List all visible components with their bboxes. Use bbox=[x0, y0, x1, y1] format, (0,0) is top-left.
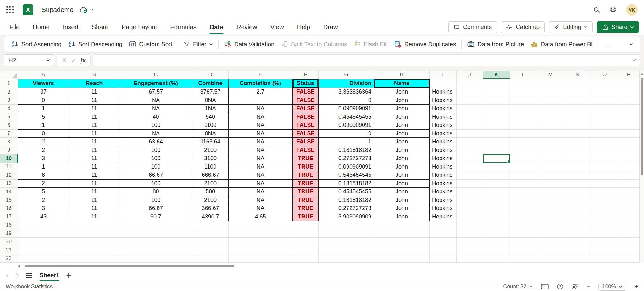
cell-E10[interactable]: NA bbox=[229, 154, 292, 163]
cell-O1[interactable] bbox=[591, 79, 618, 88]
cell-D14[interactable]: 580 bbox=[192, 188, 229, 196]
menu-tab-data[interactable]: Data bbox=[209, 22, 224, 33]
cell-J13[interactable] bbox=[457, 180, 483, 188]
insert-function-icon[interactable]: fx bbox=[80, 57, 86, 64]
cell-F21[interactable] bbox=[292, 246, 319, 255]
cell-D1[interactable]: Combine bbox=[192, 79, 229, 88]
cell-O19[interactable] bbox=[591, 229, 618, 238]
cell-I7[interactable]: Hopkins bbox=[430, 130, 457, 138]
cell-L20[interactable] bbox=[510, 238, 537, 246]
cell-C22[interactable] bbox=[119, 254, 192, 263]
cell-P18[interactable] bbox=[618, 221, 640, 229]
cell-H16[interactable]: John bbox=[374, 204, 430, 213]
cell-N4[interactable] bbox=[564, 105, 591, 113]
cell-A19[interactable] bbox=[18, 229, 69, 238]
cell-C1[interactable]: Engagement (%) bbox=[119, 79, 192, 88]
column-header-J[interactable]: J bbox=[457, 71, 483, 79]
cell-J2[interactable] bbox=[457, 88, 483, 96]
ribbon-overflow-button[interactable]: … bbox=[601, 41, 616, 48]
cell-A20[interactable] bbox=[18, 238, 69, 246]
cell-P20[interactable] bbox=[618, 238, 640, 246]
cell-M7[interactable] bbox=[537, 130, 564, 138]
cell-K12[interactable] bbox=[483, 171, 510, 180]
keyboard-shortcuts-icon[interactable] bbox=[541, 284, 549, 289]
cell-I16[interactable]: Hopkins bbox=[430, 204, 457, 213]
cell-F12[interactable]: TRUE bbox=[292, 171, 319, 180]
cell-J10[interactable] bbox=[457, 154, 483, 163]
cell-O9[interactable] bbox=[591, 146, 618, 155]
name-box-chevron-icon[interactable] bbox=[46, 59, 50, 62]
cell-I12[interactable]: Hopkins bbox=[430, 171, 457, 180]
cell-D13[interactable]: 2100 bbox=[192, 180, 229, 188]
cell-E15[interactable]: NA bbox=[229, 196, 292, 205]
cell-C8[interactable]: 63.64 bbox=[119, 138, 192, 146]
cell-E20[interactable] bbox=[229, 238, 292, 246]
cell-M6[interactable] bbox=[537, 121, 564, 130]
cell-O10[interactable] bbox=[591, 154, 618, 163]
cell-M18[interactable] bbox=[537, 221, 564, 229]
cell-B16[interactable]: 11 bbox=[69, 204, 119, 213]
row-header-13[interactable]: 13 bbox=[0, 180, 18, 188]
cell-H11[interactable]: John bbox=[374, 163, 430, 171]
cell-A14[interactable]: 5 bbox=[18, 188, 69, 196]
column-header-E[interactable]: E bbox=[229, 71, 292, 79]
cell-C9[interactable]: 100 bbox=[119, 146, 192, 155]
cell-G19[interactable] bbox=[319, 229, 374, 238]
cell-N13[interactable] bbox=[564, 180, 591, 188]
cell-D9[interactable]: 2100 bbox=[192, 146, 229, 155]
row-header-16[interactable]: 16 bbox=[0, 204, 18, 213]
cell-B22[interactable] bbox=[69, 254, 119, 263]
cell-G9[interactable]: 0.181818182 bbox=[319, 146, 374, 155]
zoom-out-button[interactable]: − bbox=[586, 283, 590, 290]
cell-O18[interactable] bbox=[591, 221, 618, 229]
cell-J5[interactable] bbox=[457, 113, 483, 121]
cell-D2[interactable]: 3767.57 bbox=[192, 88, 229, 96]
row-header-1[interactable]: 1 bbox=[0, 79, 18, 88]
cell-I22[interactable] bbox=[430, 254, 457, 263]
cell-C3[interactable]: NA bbox=[119, 96, 192, 105]
cell-M20[interactable] bbox=[537, 238, 564, 246]
cell-P7[interactable] bbox=[618, 130, 640, 138]
cell-B17[interactable]: 11 bbox=[69, 213, 119, 221]
cell-M4[interactable] bbox=[537, 105, 564, 113]
cell-H22[interactable] bbox=[374, 254, 430, 263]
cell-B9[interactable]: 11 bbox=[69, 146, 119, 155]
cell-L16[interactable] bbox=[510, 204, 537, 213]
cell-M14[interactable] bbox=[537, 188, 564, 196]
search-icon[interactable] bbox=[593, 6, 600, 13]
autosave-status[interactable] bbox=[79, 7, 93, 13]
cell-P11[interactable] bbox=[618, 163, 640, 171]
column-header-M[interactable]: M bbox=[537, 71, 564, 79]
cell-O12[interactable] bbox=[591, 171, 618, 180]
cell-O17[interactable] bbox=[591, 213, 618, 221]
help-icon[interactable]: ? bbox=[557, 283, 563, 290]
row-header-10[interactable]: 10 bbox=[0, 154, 18, 163]
cell-K15[interactable] bbox=[483, 196, 510, 205]
cell-H15[interactable]: John bbox=[374, 196, 430, 205]
cell-P16[interactable] bbox=[618, 204, 640, 213]
cell-A12[interactable]: 6 bbox=[18, 171, 69, 180]
cell-E9[interactable]: NA bbox=[229, 146, 292, 155]
cell-N15[interactable] bbox=[564, 196, 591, 205]
name-box[interactable]: H2 bbox=[4, 54, 54, 66]
cell-P13[interactable] bbox=[618, 180, 640, 188]
cell-E11[interactable]: NA bbox=[229, 163, 292, 171]
cell-M19[interactable] bbox=[537, 229, 564, 238]
cell-N22[interactable] bbox=[564, 254, 591, 263]
cell-C5[interactable]: 40 bbox=[119, 113, 192, 121]
cell-C4[interactable]: NA bbox=[119, 105, 192, 113]
cell-A3[interactable]: 0 bbox=[18, 96, 69, 105]
horizontal-scrollbar[interactable] bbox=[0, 263, 640, 269]
cell-B12[interactable]: 11 bbox=[69, 171, 119, 180]
cell-F4[interactable]: FALSE bbox=[292, 105, 319, 113]
cell-L13[interactable] bbox=[510, 180, 537, 188]
cell-P8[interactable] bbox=[618, 138, 640, 146]
cell-B10[interactable]: 11 bbox=[69, 154, 119, 163]
cell-K5[interactable] bbox=[483, 113, 510, 121]
cell-F8[interactable]: FALSE bbox=[292, 138, 319, 146]
cell-G17[interactable]: 3.909090909 bbox=[319, 213, 374, 221]
column-header-G[interactable]: G bbox=[319, 71, 374, 79]
cell-L12[interactable] bbox=[510, 171, 537, 180]
cell-J8[interactable] bbox=[457, 138, 483, 146]
row-header-7[interactable]: 7 bbox=[0, 130, 18, 138]
